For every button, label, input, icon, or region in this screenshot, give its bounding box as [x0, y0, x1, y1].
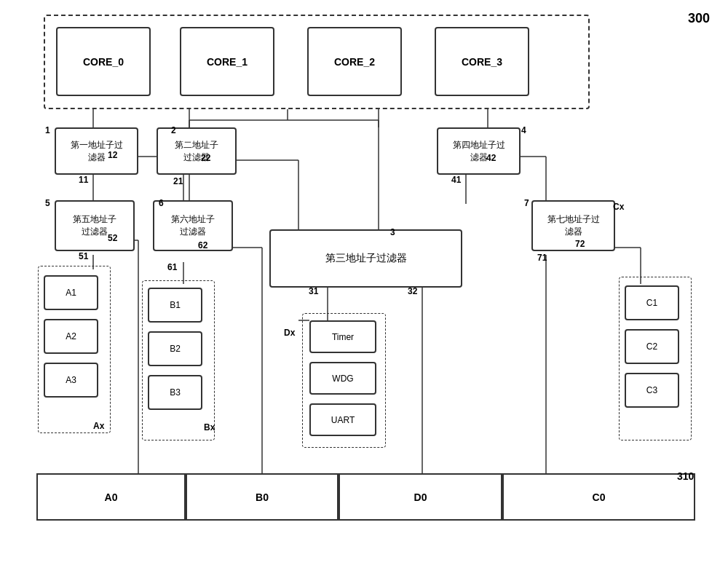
filter-1-num: 1 [45, 125, 50, 135]
filter-4-label: 第四地址子过滤器 [453, 139, 505, 164]
bus-b0: B0 [186, 473, 339, 521]
filter-7-num: 7 [524, 198, 529, 208]
filter-7-label: 第七地址子过滤器 [547, 213, 600, 238]
device-c1-label: C1 [646, 298, 657, 308]
device-uart: UART [309, 403, 376, 436]
filter-4-num: 4 [521, 125, 526, 135]
filter-2-label: 第二地址子过滤器 [175, 139, 218, 164]
device-b3: B3 [148, 375, 202, 410]
filter-1-port12: 12 [108, 150, 117, 160]
filter-3-port31: 31 [309, 286, 318, 296]
device-wdg: WDG [309, 362, 376, 395]
filter-3-num: 3 [390, 227, 395, 237]
bus-number: 310 [677, 470, 694, 482]
bus-c0: C0 [502, 473, 695, 521]
core-2-box: CORE_2 [307, 27, 402, 96]
core-1-box: CORE_1 [180, 27, 274, 96]
device-a1-label: A1 [66, 288, 76, 298]
filter-6-num: 6 [159, 198, 164, 208]
filter-7-port72: 72 [575, 239, 585, 249]
device-a3: A3 [44, 363, 98, 398]
core-3-label: CORE_3 [462, 56, 502, 68]
device-a1: A1 [44, 275, 98, 310]
group-ax-label: Ax [93, 421, 104, 431]
core-3-box: CORE_3 [435, 27, 529, 96]
device-c3: C3 [625, 373, 679, 408]
filter-2-port21: 21 [173, 176, 183, 186]
core-2-label: CORE_2 [334, 56, 375, 68]
device-wdg-label: WDG [332, 374, 353, 384]
filter-1-box: 第一地址子过滤器 [55, 127, 138, 175]
device-timer: Timer [309, 320, 376, 353]
device-b2: B2 [148, 331, 202, 366]
device-b2-label: B2 [170, 344, 181, 354]
core-0-box: CORE_0 [56, 27, 151, 96]
bus-b0-label: B0 [256, 491, 269, 503]
filter-6-box: 第六地址子过滤器 [153, 200, 233, 251]
device-timer-label: Timer [332, 332, 354, 342]
device-c1: C1 [625, 285, 679, 320]
filter-6-label: 第六地址子过滤器 [171, 213, 215, 238]
filter-7-port71: 71 [537, 253, 547, 263]
device-a3-label: A3 [66, 375, 76, 385]
filter-5-num: 5 [45, 198, 50, 208]
filter-3-label: 第三地址子过滤器 [325, 252, 407, 265]
group-dx-label: Dx [284, 328, 295, 338]
bus-a0: A0 [36, 473, 186, 521]
device-a2: A2 [44, 319, 98, 354]
filter-4-port41: 41 [451, 175, 461, 185]
filter-6-port62: 62 [198, 240, 207, 250]
device-c2: C2 [625, 329, 679, 364]
device-uart-label: UART [331, 415, 355, 425]
diagram-number: 300 [688, 11, 710, 26]
core-1-label: CORE_1 [207, 56, 248, 68]
group-cx-label: Cx [613, 202, 624, 212]
device-b1: B1 [148, 288, 202, 323]
filter-4-box: 第四地址子过滤器 [437, 127, 521, 175]
filter-2-box: 第二地址子过滤器 [157, 127, 237, 175]
bus-a0-label: A0 [105, 491, 118, 503]
filter-2-num: 2 [171, 125, 176, 135]
cores-group: CORE_0 CORE_1 CORE_2 CORE_3 [44, 15, 590, 109]
filter-5-port51: 51 [79, 251, 88, 261]
device-c2-label: C2 [646, 341, 657, 352]
filter-3-port32: 32 [408, 286, 417, 296]
diagram-container: 300 [15, 7, 713, 558]
filter-1-port11: 11 [79, 175, 88, 185]
filter-5-box: 第五地址子过滤器 [55, 200, 135, 251]
device-a2-label: A2 [66, 331, 76, 341]
filter-4-port42: 42 [486, 153, 496, 163]
device-c3-label: C3 [646, 385, 657, 395]
device-b1-label: B1 [170, 300, 181, 310]
bus-d0-label: D0 [414, 491, 427, 503]
device-b3-label: B3 [170, 387, 181, 398]
bus-c0-label: C0 [593, 491, 606, 503]
filter-6-port61: 61 [167, 262, 177, 272]
filter-5-port52: 52 [108, 233, 117, 243]
group-bx-label: Bx [204, 422, 215, 432]
filter-3-box: 第三地址子过滤器 [269, 229, 462, 288]
core-0-label: CORE_0 [83, 56, 124, 68]
filter-7-box: 第七地址子过滤器 [531, 200, 615, 251]
bus-d0: D0 [339, 473, 502, 521]
filter-2-port22: 22 [201, 153, 210, 163]
